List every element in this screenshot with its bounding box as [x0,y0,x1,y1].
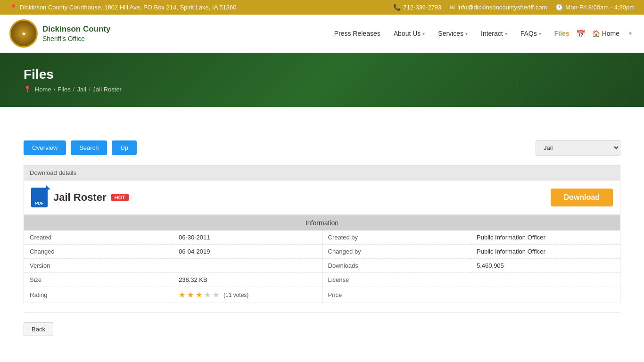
hours-group: 🕐 Mon-Fri 8:00am - 4:30pm [555,4,635,11]
hours: Mon-Fri 8:00am - 4:30pm [565,4,635,11]
section-header: Download details [24,165,620,180]
size-value: 238.32 KB [173,273,322,287]
created-by-value: Public Information Officer [471,230,620,245]
page-title: Files [24,67,620,82]
badge-star: ★ [22,31,26,36]
version-label: Version [24,259,173,273]
nav-home[interactable]: 🏠 Home [586,26,626,41]
download-button[interactable]: Download [551,189,613,206]
breadcrumb: 📍 Home / Files / Jail / Jail Roster [24,86,620,93]
nav-files[interactable]: Files [548,26,576,41]
changed-value: 06-04-2019 [173,245,322,259]
location-icon: 📍 [9,4,17,11]
nav-interact[interactable]: Interact ▾ [474,26,514,41]
pin-icon: 📍 [24,86,31,93]
info-table-header: Information [24,215,620,230]
star-4: ★ [204,290,211,299]
rating-label: Rating [24,287,173,303]
file-info: PDF Jail Roster HOT [31,188,129,207]
top-bar-address-group: 📍 Dickinson County Courthouse, 1802 Hill… [9,4,236,11]
nav-press-releases[interactable]: Press Releases [328,26,387,41]
address: Dickinson County Courthouse, 1802 Hill A… [20,4,236,11]
table-row: Rating ★ ★ ★ ★ ★ (11 votes) Price [24,287,620,303]
category-dropdown[interactable]: Jail [536,140,620,156]
table-row: Size 238.32 KB License [24,273,620,287]
pdf-icon: PDF [31,188,48,207]
info-table: Created 06-30-2011 Created by Public Inf… [24,230,620,303]
price-value [471,287,620,303]
site-header: ★ Dickinson County Sheriff's Office Pres… [0,15,644,53]
star-3: ★ [196,290,202,299]
footer: Powered by jDownloads [0,355,644,362]
phone-icon: 📞 [393,4,401,11]
chevron-down-icon: ▾ [539,31,541,36]
license-value [471,273,620,287]
price-label: Price [322,287,471,303]
breadcrumb-home[interactable]: Home [35,86,51,93]
search-button[interactable]: Search [71,140,107,155]
changed-label: Changed [24,245,173,259]
nav-services[interactable]: Services ▾ [431,26,474,41]
sub-name: Sheriff's Office [42,34,111,43]
changed-by-value: Public Information Officer [471,245,620,259]
hot-badge: HOT [111,194,129,201]
star-5: ★ [213,290,219,299]
overview-button[interactable]: Overview [24,140,66,155]
main-nav: Press Releases About Us ▾ Services ▾ Int… [328,26,635,41]
nav-faqs[interactable]: FAQs ▾ [514,26,548,41]
rating-value: ★ ★ ★ ★ ★ (11 votes) [173,287,322,303]
phone: 712-336-2793 [403,4,441,11]
version-value [173,259,322,273]
downloads-value: 5,460,905 [471,259,620,273]
rating-stars: ★ ★ ★ ★ ★ (11 votes) [179,290,316,299]
file-name: Jail Roster [53,191,107,204]
file-card: PDF Jail Roster HOT Download [24,180,620,215]
license-label: License [322,273,471,287]
changed-by-label: Changed by [322,245,471,259]
breadcrumb-current: Jail Roster [93,86,122,93]
votes-count: (11 votes) [223,292,248,298]
chevron-down-icon: ▾ [465,31,468,36]
top-bar: 📍 Dickinson County Courthouse, 1802 Hill… [0,0,644,15]
phone-group: 📞 712-336-2793 [393,4,441,11]
more-chevron-icon[interactable]: ▾ [626,26,635,41]
toolbar: Overview Search Up Jail [24,140,620,156]
email: info@dickinsoncountysheriff.com [457,4,547,11]
calendar-icon[interactable]: 📅 [576,29,586,38]
email-group: ✉ info@dickinsoncountysheriff.com [450,4,547,11]
clock-icon: 🕐 [555,4,563,11]
email-icon: ✉ [450,4,455,11]
page-banner: Files 📍 Home / Files / Jail / Jail Roste… [0,53,644,107]
divider [24,313,620,313]
breadcrumb-jail[interactable]: Jail [77,86,86,93]
top-bar-contact-group: 📞 712-336-2793 ✉ info@dickinsoncountyshe… [393,4,635,11]
star-2: ★ [187,290,194,299]
created-value: 06-30-2011 [173,230,322,245]
nav-about-us[interactable]: About Us ▾ [387,26,432,41]
chevron-down-icon: ▾ [422,31,425,36]
table-row: Version Downloads 5,460,905 [24,259,620,273]
back-button[interactable]: Back [24,322,53,336]
star-1: ★ [179,290,185,299]
org-name: Dickinson County [42,24,111,34]
logo-area: ★ Dickinson County Sheriff's Office [9,19,113,48]
file-title-block: Jail Roster HOT [53,191,129,204]
up-button[interactable]: Up [112,140,137,155]
main-content: Overview Search Up Jail Download details… [0,107,644,355]
size-label: Size [24,273,173,287]
chevron-down-icon: ▾ [505,31,507,36]
table-row: Created 06-30-2011 Created by Public Inf… [24,230,620,245]
logo-text: Dickinson County Sheriff's Office [42,24,111,43]
downloads-label: Downloads [322,259,471,273]
created-label: Created [24,230,173,245]
table-row: Changed 06-04-2019 Changed by Public Inf… [24,245,620,259]
breadcrumb-files[interactable]: Files [58,86,70,93]
info-table-wrap: Information Created 06-30-2011 Created b… [24,215,620,303]
created-by-label: Created by [322,230,471,245]
home-icon: 🏠 [592,30,600,37]
logo-badge: ★ [9,19,38,48]
